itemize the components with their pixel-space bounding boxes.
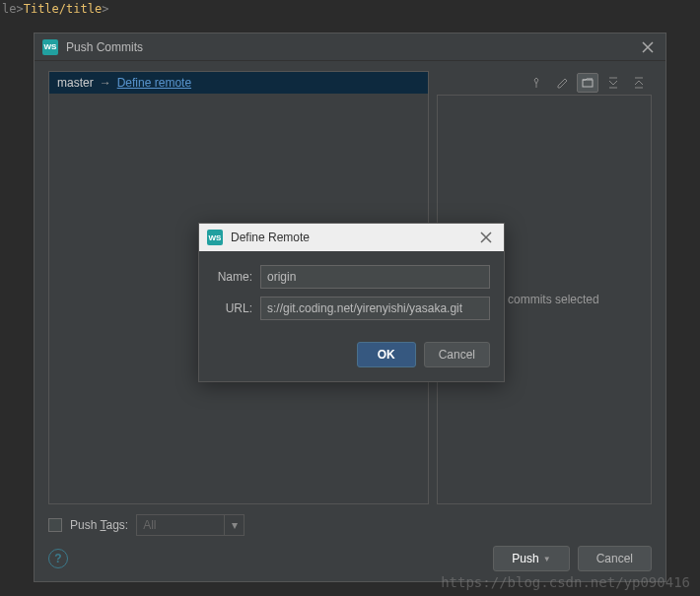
dialog-title: Push Commits — [66, 40, 638, 54]
cancel-button[interactable]: Cancel — [578, 546, 652, 571]
pin-icon[interactable] — [525, 73, 547, 93]
push-tags-checkbox[interactable] — [48, 518, 62, 532]
branch-name: master — [57, 76, 94, 90]
define-remote-body: Name: URL: — [199, 251, 504, 332]
app-icon: WS — [42, 39, 58, 55]
edit-icon[interactable] — [551, 73, 573, 93]
preview-toolbar — [437, 71, 652, 95]
dialog-footer: Push Tags: All ▾ ? Push ▼ Cancel — [35, 504, 665, 581]
define-remote-footer: OK Cancel — [199, 332, 504, 381]
app-icon: WS — [207, 230, 223, 245]
chevron-down-icon: ▾ — [224, 515, 244, 535]
push-tags-label: Push Tags: — [70, 518, 128, 532]
define-remote-title: Define Remote — [231, 231, 476, 244]
help-icon[interactable]: ? — [48, 549, 68, 568]
define-remote-dialog: WS Define Remote Name: URL: OK Cancel — [198, 223, 505, 382]
arrow-icon: → — [100, 76, 111, 90]
push-tags-row: Push Tags: All ▾ — [48, 514, 652, 536]
chevron-down-icon: ▼ — [543, 555, 551, 563]
collapse-icon[interactable] — [628, 73, 650, 93]
push-button[interactable]: Push ▼ — [493, 546, 569, 571]
name-input[interactable] — [260, 265, 490, 289]
expand-icon[interactable] — [602, 73, 624, 93]
close-icon[interactable] — [476, 228, 496, 247]
footer-buttons: ? Push ▼ Cancel — [48, 546, 652, 571]
branch-row[interactable]: master → Define remote — [49, 72, 428, 94]
group-by-directory-icon[interactable] — [577, 73, 598, 93]
editor-background-code: le>Title/title> — [2, 2, 108, 16]
define-remote-link[interactable]: Define remote — [117, 76, 191, 90]
url-label: URL: — [213, 301, 260, 315]
push-tags-combo[interactable]: All ▾ — [136, 514, 245, 536]
cancel-button[interactable]: Cancel — [424, 342, 490, 367]
svg-rect-0 — [583, 80, 593, 87]
dialog-titlebar[interactable]: WS Push Commits — [35, 33, 665, 61]
url-input[interactable] — [260, 297, 490, 320]
watermark: https://blog.csdn.net/yp090416 — [441, 574, 690, 590]
close-icon[interactable] — [638, 37, 658, 57]
define-remote-titlebar[interactable]: WS Define Remote — [199, 224, 504, 251]
name-label: Name: — [213, 270, 260, 284]
ok-button[interactable]: OK — [357, 342, 416, 367]
